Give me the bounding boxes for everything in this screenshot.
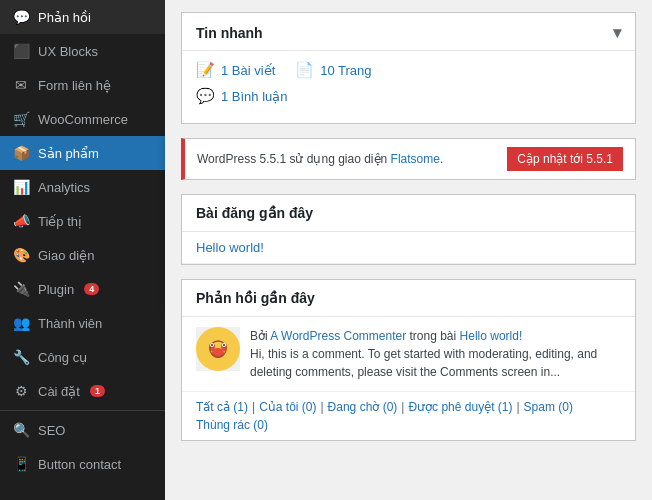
san-pham-icon: 📦: [12, 144, 30, 162]
sidebar-item-label: Sản phẩm: [38, 146, 99, 161]
filter-mine[interactable]: Của tôi (0): [259, 400, 316, 414]
filter-pending[interactable]: Đang chờ (0): [328, 400, 398, 414]
flatsome-link[interactable]: Flatsome: [391, 152, 440, 166]
binh-luan-icon: 💬: [196, 87, 215, 105]
sidebar-item-giao-dien[interactable]: 🎨 Giao diện: [0, 238, 165, 272]
sidebar-item-tiep-thi[interactable]: 📣 Tiếp thị: [0, 204, 165, 238]
tin-nhanh-title: Tin nhanh: [196, 25, 263, 41]
sidebar-item-phan-hoi[interactable]: 💬 Phản hồi: [0, 0, 165, 34]
quick-stats-row2: 💬 1 Bình luận: [196, 87, 621, 105]
cong-cu-icon: 🔧: [12, 348, 30, 366]
sidebar-item-cai-dat[interactable]: ⚙ Cài đặt 1: [0, 374, 165, 408]
stat-bai-viet-label: 1 Bài viết: [221, 63, 275, 78]
sidebar-item-seo[interactable]: 🔍 SEO: [0, 413, 165, 447]
stat-bai-viet[interactable]: 📝 1 Bài viết: [196, 61, 275, 79]
cai-dat-icon: ⚙: [12, 382, 30, 400]
form-icon: ✉: [12, 76, 30, 94]
content-area: Tin nhanh ▾ 📝 1 Bài viết 📄 10 Trang: [165, 0, 652, 500]
cai-dat-badge: 1: [90, 385, 105, 397]
sidebar-item-label: SEO: [38, 423, 65, 438]
sidebar-item-label: Công cụ: [38, 350, 87, 365]
svg-point-7: [211, 344, 213, 346]
filter-trash[interactable]: Thùng rác (0): [196, 418, 268, 432]
comment-avatar: [196, 327, 240, 371]
comment-text: Hi, this is a comment. To get started wi…: [250, 345, 621, 381]
tiep-thi-icon: 📣: [12, 212, 30, 230]
sidebar-item-san-pham[interactable]: 📦 Sản phẩm: [0, 136, 165, 170]
comment-meta: Bởi A WordPress Commenter trong bài Hell…: [250, 327, 621, 345]
stat-trang[interactable]: 📄 10 Trang: [295, 61, 371, 79]
posts-title: Bài đăng gần đây: [196, 205, 313, 221]
sidebar-item-label: WooCommerce: [38, 112, 128, 127]
sidebar-item-label: Form liên hệ: [38, 78, 111, 93]
collapse-btn[interactable]: ▾: [613, 23, 621, 42]
comments-title: Phản hồi gần đây: [196, 290, 315, 306]
giao-dien-icon: 🎨: [12, 246, 30, 264]
stat-trang-label: 10 Trang: [320, 63, 371, 78]
ux-blocks-icon: ⬛: [12, 42, 30, 60]
sidebar: 💬 Phản hồi ⬛ UX Blocks ✉ Form liên hệ 🛒 …: [0, 0, 165, 500]
trang-icon: 📄: [295, 61, 314, 79]
tin-nhanh-header: Tin nhanh ▾: [182, 13, 635, 51]
plugin-icon: 🔌: [12, 280, 30, 298]
sidebar-item-label: Giao diện: [38, 248, 94, 263]
comment-content: Bởi A WordPress Commenter trong bài Hell…: [250, 327, 621, 381]
bai-viet-icon: 📝: [196, 61, 215, 79]
comments-header: Phản hồi gần đây: [182, 280, 635, 317]
sidebar-item-label: Phản hồi: [38, 10, 91, 25]
posts-header: Bài đăng gần đây: [182, 195, 635, 232]
posts-section: Bài đăng gần đây Hello world!: [181, 194, 636, 265]
post-item-hello-world[interactable]: Hello world!: [182, 232, 635, 264]
filter-all[interactable]: Tất cả (1): [196, 400, 248, 414]
svg-point-8: [223, 344, 225, 346]
sidebar-item-label: UX Blocks: [38, 44, 98, 59]
stat-binh-luan[interactable]: 💬 1 Bình luận: [196, 87, 288, 105]
tin-nhanh-body: 📝 1 Bài viết 📄 10 Trang 💬 1 Bình luận: [182, 51, 635, 123]
woo-icon: 🛒: [12, 110, 30, 128]
filter-spam[interactable]: Spam (0): [524, 400, 573, 414]
notice-text: WordPress 5.5.1 sử dụng giao diện Flatso…: [197, 152, 443, 166]
button-contact-icon: 📱: [12, 455, 30, 473]
sidebar-item-woocommerce[interactable]: 🛒 WooCommerce: [0, 102, 165, 136]
analytics-icon: 📊: [12, 178, 30, 196]
comment-item: Bởi A WordPress Commenter trong bài Hell…: [182, 317, 635, 392]
sidebar-item-analytics[interactable]: 📊 Analytics: [0, 170, 165, 204]
filter-approved[interactable]: Được phê duyệt (1): [408, 400, 512, 414]
sidebar-item-label: Analytics: [38, 180, 90, 195]
comment-filter-bar: Tất cả (1) | Của tôi (0) | Đang chờ (0) …: [182, 392, 635, 440]
update-button[interactable]: Cập nhật tới 5.5.1: [507, 147, 623, 171]
plugin-badge: 4: [84, 283, 99, 295]
sidebar-item-label: Plugin: [38, 282, 74, 297]
sidebar-item-form-lien-he[interactable]: ✉ Form liên hệ: [0, 68, 165, 102]
stat-binh-luan-label: 1 Bình luận: [221, 89, 288, 104]
main-content: Tin nhanh ▾ 📝 1 Bài viết 📄 10 Trang: [165, 0, 652, 500]
sidebar-item-cong-cu[interactable]: 🔧 Công cụ: [0, 340, 165, 374]
sidebar-item-button-contact[interactable]: 📱 Button contact: [0, 447, 165, 481]
comments-section: Phản hồi gần đây: [181, 279, 636, 441]
comment-author[interactable]: A WordPress Commenter: [270, 329, 406, 343]
sidebar-item-thanh-vien[interactable]: 👥 Thành viên: [0, 306, 165, 340]
phan-hoi-icon: 💬: [12, 8, 30, 26]
sidebar-item-label: Button contact: [38, 457, 121, 472]
quick-stats: 📝 1 Bài viết 📄 10 Trang: [196, 61, 621, 79]
thanh-vien-icon: 👥: [12, 314, 30, 332]
sidebar-item-label: Thành viên: [38, 316, 102, 331]
sidebar-divider: [0, 410, 165, 411]
sidebar-item-plugin[interactable]: 🔌 Plugin 4: [0, 272, 165, 306]
sidebar-item-label: Tiếp thị: [38, 214, 82, 229]
seo-icon: 🔍: [12, 421, 30, 439]
sidebar-item-ux-blocks[interactable]: ⬛ UX Blocks: [0, 34, 165, 68]
notice-bar: WordPress 5.5.1 sử dụng giao diện Flatso…: [181, 138, 636, 180]
avatar-svg: [196, 327, 240, 371]
tin-nhanh-box: Tin nhanh ▾ 📝 1 Bài viết 📄 10 Trang: [181, 12, 636, 124]
comment-post-link[interactable]: Hello world!: [460, 329, 523, 343]
sidebar-item-label: Cài đặt: [38, 384, 80, 399]
sidebar-item-san-pham-wrapper: 📦 Sản phẩm Tất cả sản phẩm Thêm mới Danh…: [0, 136, 165, 170]
